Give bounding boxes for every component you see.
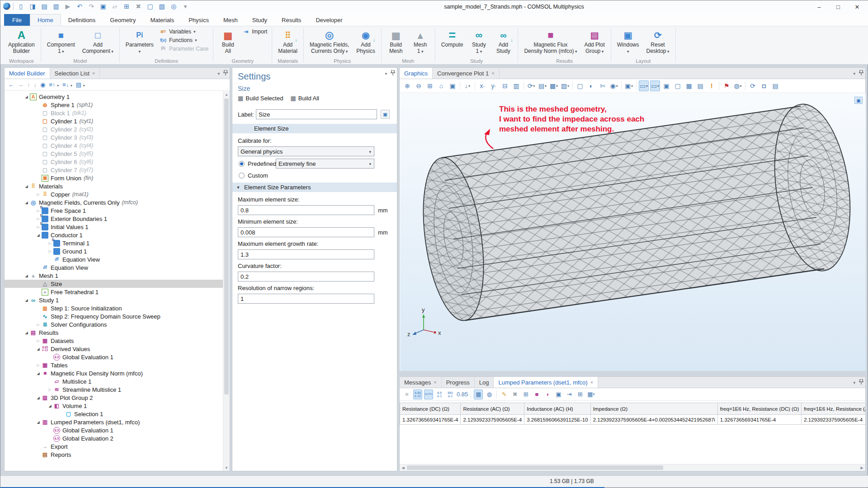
zoom-out-icon[interactable]: ⊖ xyxy=(414,80,424,91)
tree-item-ground-1[interactable]: ▷Ground 1 xyxy=(5,247,223,255)
pin-icon[interactable] xyxy=(223,70,228,77)
go-to-default-view-icon[interactable]: ⌂ xyxy=(436,80,446,91)
add-table-icon[interactable]: ⊞ xyxy=(521,389,530,399)
collapse-icon[interactable]: ◢ xyxy=(24,274,29,278)
tree-item-size[interactable]: △Size xyxy=(5,280,223,288)
tree-item-export[interactable]: →Export xyxy=(5,442,223,450)
panel-menu-icon[interactable]: ▾ xyxy=(385,71,387,76)
param-input[interactable]: 0.008 xyxy=(238,227,374,237)
close-tab-icon[interactable]: × xyxy=(491,70,494,76)
tab-graphics[interactable]: Graphics xyxy=(400,68,433,79)
close-tab-icon[interactable]: × xyxy=(434,380,436,385)
view-window-2-on-icon[interactable]: ▭▾ xyxy=(650,80,660,91)
notation-8-5-icon[interactable]: 8.5e-1 xyxy=(435,389,444,399)
tree-item-cylinder-3[interactable]: ▢Cylinder 3(cyl3) xyxy=(5,133,223,141)
tree-item-global-evaluation-1[interactable]: 8.5Global Evaluation 1 xyxy=(5,426,223,434)
scale-1-1-icon[interactable]: ⊟ xyxy=(500,80,510,91)
auto-notation-icon[interactable]: AUTO xyxy=(424,389,433,399)
collapse-icon[interactable]: ◢ xyxy=(35,233,41,237)
magnetic-fields-currents-only-button[interactable]: ◎Magnetic Fields,Currents Only ▾ xyxy=(307,27,352,56)
expand-icon[interactable]: ▷ xyxy=(35,209,41,213)
ribbon-tab-study[interactable]: Study xyxy=(245,14,274,26)
tree-item-tables[interactable]: ▷▦Tables xyxy=(5,361,223,369)
tree-item-global-evaluation-1[interactable]: 8.5Global Evaluation 1 xyxy=(5,353,223,361)
play-sound-icon[interactable]: ◖ xyxy=(543,389,552,399)
columns-menu-icon[interactable]: ▤ ▾ xyxy=(76,81,85,88)
refresh-plot-icon[interactable]: ⟳▾ xyxy=(526,80,536,91)
tree-item-selection-1[interactable]: ▢Selection 1 xyxy=(5,410,223,418)
tree-item-solver-configurations[interactable]: ▷≣Solver Configurations xyxy=(5,320,223,328)
tree-item-global-evaluation-2[interactable]: 8.5Global Evaluation 2 xyxy=(5,434,223,442)
graphics-canvas[interactable]: This is the meshed geometry, I want to f… xyxy=(400,94,866,371)
expand-icon[interactable]: ▷ xyxy=(35,339,41,343)
table-grid-icon[interactable]: ▦ xyxy=(474,389,483,399)
update-view-icon[interactable]: ⟳ xyxy=(748,80,758,91)
magnetic-flux-density-norm-mfco--button[interactable]: ■Magnetic FluxDensity Norm (mfco) ▾ xyxy=(521,27,580,56)
scroll-down-icon[interactable]: ▼ xyxy=(223,465,230,471)
table-header[interactable]: Resistance (DC) (Ω) xyxy=(400,403,461,415)
engineering-notation-on-icon[interactable]: 8.85e-12 xyxy=(413,389,422,399)
reset-desktop-button[interactable]: ⟳ResetDesktop ▾ xyxy=(643,27,672,56)
tab-messages[interactable]: Messages× xyxy=(400,377,442,388)
copy-icon[interactable]: ▣ xyxy=(99,2,108,11)
close-tab-icon[interactable]: × xyxy=(92,70,95,76)
pin-icon[interactable] xyxy=(859,379,863,386)
scroll-left-icon[interactable]: ◀ xyxy=(400,465,406,471)
warning-indicator-icon[interactable]: ! xyxy=(707,80,717,91)
tree-item-equation-view[interactable]: ∂fEquation View xyxy=(5,255,223,263)
select-objects-icon[interactable]: ▧ xyxy=(157,2,166,11)
zoom-in-icon[interactable]: ⊕ xyxy=(402,80,412,91)
move-up-icon[interactable]: ↑ xyxy=(27,81,30,88)
scroll-right-icon[interactable]: ▶ xyxy=(859,465,865,471)
study-1-button[interactable]: ∞Study1 ▾ xyxy=(467,27,491,56)
run-icon[interactable]: ▶ xyxy=(63,2,72,11)
print-icon[interactable]: ▤ xyxy=(770,80,780,91)
expand-icon[interactable]: ▷ xyxy=(35,192,41,197)
add-physics-button[interactable]: ◉↓AddPhysics xyxy=(353,27,378,56)
add-material-button[interactable]: ⠿↓AddMaterial xyxy=(275,27,301,56)
expand-icon[interactable]: ▷ xyxy=(47,388,53,392)
measure-y-icon[interactable]: y· xyxy=(489,80,499,91)
param-input[interactable]: 0.8 xyxy=(238,205,374,215)
table-header[interactable]: freq=1E6 Hz, Resistance (DC) (Ω) xyxy=(717,403,801,415)
measure-x-icon[interactable]: x· xyxy=(477,80,487,91)
tree-item-reports[interactable]: ▤Reports xyxy=(5,450,223,459)
panel-menu-icon[interactable]: ▾ xyxy=(853,380,855,385)
back-icon[interactable]: ← xyxy=(8,81,14,88)
add-plot-group-button[interactable]: ▤Add PlotGroup ▾ xyxy=(581,27,608,56)
duplicate-table-icon[interactable]: ⊞ xyxy=(576,389,585,399)
image-orientation-icon[interactable]: ↓▾ xyxy=(462,80,472,91)
table-row[interactable]: 1.326736569341765E-42.1293923375905605E-… xyxy=(400,415,866,425)
open-file-icon[interactable]: ◨ xyxy=(28,2,37,11)
color-table-icon[interactable]: ▩▾ xyxy=(549,80,559,91)
rename-toggle-icon[interactable]: ▣ xyxy=(381,110,390,119)
section-element-size[interactable]: Element Size xyxy=(232,124,397,133)
tree-item-geometry-1[interactable]: ◢AGeometry 1 xyxy=(5,93,223,101)
tree-item-free-tetrahedral-1[interactable]: ▲Free Tetrahedral 1 xyxy=(5,288,223,296)
table-hscrollbar[interactable]: ◀ ▶ xyxy=(400,464,865,470)
tree-item-lumped-parameters-dset1-mfco-[interactable]: ◢▥Lumped Parameters (dset1, mfco) xyxy=(5,418,223,426)
predefined-radio[interactable] xyxy=(239,161,245,167)
zoom-extents-icon[interactable]: ▣ xyxy=(448,80,458,91)
functions-button[interactable]: f(x)Functions▾ xyxy=(160,37,208,44)
windows-button[interactable]: ▣Windows ▾ xyxy=(614,27,642,56)
tree-item-materials[interactable]: ◢⠿Materials xyxy=(5,182,223,190)
ribbon-tab-developer[interactable]: Developer xyxy=(308,14,349,26)
select-box-icon[interactable]: ▢ xyxy=(575,80,585,91)
plot-info-icon[interactable]: ▣ xyxy=(854,97,863,104)
transparency-icon[interactable]: ◐ xyxy=(586,80,596,91)
image-snapshot-icon[interactable]: ▣▾ xyxy=(624,80,634,91)
redo-icon[interactable]: ↷ xyxy=(87,2,96,11)
hide-objects-icon[interactable]: ◉▾ xyxy=(609,80,619,91)
ribbon-tab-mesh[interactable]: Mesh xyxy=(216,14,245,26)
ribbon-tab-materials[interactable]: Materials xyxy=(143,14,181,26)
show-ruler-icon[interactable]: ▤ xyxy=(695,80,705,91)
tree-item-sphere-1[interactable]: ⊕Sphere 1(sph1) xyxy=(5,101,223,109)
move-down-icon[interactable]: ↓ xyxy=(34,81,37,88)
full-precision-icon[interactable]: ≡ xyxy=(402,389,411,399)
collapse-icon[interactable]: ◢ xyxy=(35,420,41,424)
maximize-button[interactable]: □ xyxy=(829,0,848,13)
tree-item-conductor-1[interactable]: ◢Conductor 1 xyxy=(5,231,223,239)
ribbon-tab-geometry[interactable]: Geometry xyxy=(103,14,143,26)
collapse-icon[interactable]: ◢ xyxy=(24,298,29,302)
